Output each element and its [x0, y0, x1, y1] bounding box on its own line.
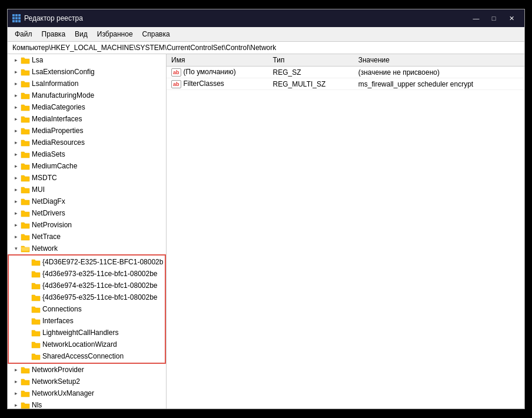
tree-item-label: NetProvision	[32, 221, 72, 229]
folder-icon	[21, 401, 30, 409]
ab-icon: ab	[171, 68, 181, 77]
expand-icon[interactable]	[22, 316, 31, 326]
expand-icon[interactable]	[22, 293, 31, 302]
tree-item-label: MediaProperties	[32, 127, 83, 135]
tree-item-lsainfo[interactable]: ▸ LsaInformation	[8, 78, 166, 89]
expand-icon[interactable]: ▸	[11, 220, 21, 230]
expand-icon[interactable]: ▸	[11, 91, 21, 100]
folder-icon	[21, 150, 30, 158]
tree-item-nls[interactable]: ▸ Nls	[8, 399, 166, 409]
expand-icon[interactable]	[22, 340, 31, 349]
menu-help[interactable]: Справка	[138, 28, 175, 40]
expand-icon[interactable]: ▸	[11, 377, 21, 386]
expand-icon[interactable]	[22, 257, 31, 267]
tree-item-connections[interactable]: Connections	[9, 303, 165, 315]
menu-view[interactable]: Вид	[70, 28, 92, 40]
tree-item-label: Interfaces	[42, 317, 74, 325]
tree-item-msdtc[interactable]: ▸ MSDTC	[8, 172, 166, 184]
tree-item-mui[interactable]: ▸ MUI	[8, 184, 166, 195]
menu-bar: Файл Правка Вид Избранное Справка	[8, 27, 524, 42]
expand-icon[interactable]: ▸	[11, 67, 21, 77]
table-row[interactable]: abFilterClassesREG_MULTI_SZms_firewall_u…	[167, 78, 524, 90]
tree-item-net3[interactable]: {4d36e974-e325-11ce-bfc1-08002be	[9, 280, 165, 291]
tree-item-label: NetworkSetup2	[32, 377, 80, 386]
tree-item-network[interactable]: ▾ Network	[8, 243, 166, 254]
tree-item-net4[interactable]: {4d36e975-e325-11ce-bfc1-08002be	[9, 291, 165, 303]
folder-icon	[21, 366, 30, 374]
expand-icon[interactable]: ▸	[11, 150, 21, 159]
tree-item-netdrivers[interactable]: ▸ NetDrivers	[8, 207, 166, 219]
cell-name: ab(По умолчанию)	[167, 67, 268, 78]
tree-item-label: MediaSets	[32, 150, 65, 158]
minimize-button[interactable]: —	[468, 12, 484, 25]
tree-item-mediaprops[interactable]: ▸ MediaProperties	[8, 125, 166, 137]
title-bar: Редактор реестра — □ ✕	[8, 9, 524, 27]
maximize-button[interactable]: □	[486, 12, 502, 25]
tree-item-mediumcache[interactable]: ▸ MediumCache	[8, 160, 166, 172]
cell-name: abFilterClasses	[167, 78, 268, 90]
tree-item-label: {4D36E972-E325-11CE-BFC1-08002b	[42, 258, 163, 266]
tree-item-lsa[interactable]: ▸ Lsa	[8, 54, 166, 66]
table-row[interactable]: ab(По умолчанию)REG_SZ(значение не присв…	[167, 67, 524, 78]
expand-icon[interactable]: ▸	[11, 138, 21, 147]
cell-type: REG_MULTI_SZ	[268, 78, 354, 90]
tree-item-label: MediumCache	[32, 162, 77, 170]
folder-icon	[21, 244, 30, 253]
tree-item-manufacturing[interactable]: ▸ ManufacturingMode	[8, 89, 166, 101]
tree-item-lsaext[interactable]: ▸ LsaExtensionConfig	[8, 66, 166, 78]
folder-icon	[31, 340, 41, 349]
expand-icon[interactable]: ▸	[11, 185, 21, 194]
expand-icon[interactable]: ▸	[11, 102, 21, 112]
menu-edit[interactable]: Правка	[37, 28, 71, 40]
tree-item-netdiag[interactable]: ▸ NetDiagFx	[8, 195, 166, 207]
expand-icon[interactable]: ▸	[11, 232, 21, 241]
folder-icon	[31, 352, 41, 360]
tree-item-netloc[interactable]: NetworkLocationWizard	[9, 339, 165, 350]
col-value: Значение	[354, 54, 524, 67]
tree-item-mediacats[interactable]: ▸ MediaCategories	[8, 101, 166, 113]
expand-icon[interactable]: ▸	[11, 400, 21, 409]
folder-icon	[31, 305, 41, 313]
expand-icon[interactable]: ▸	[11, 389, 21, 398]
expand-icon[interactable]	[22, 281, 31, 290]
expand-icon[interactable]: ▸	[11, 197, 21, 206]
expand-icon[interactable]: ▸	[11, 365, 21, 374]
expand-icon[interactable]	[22, 351, 31, 361]
expand-icon[interactable]: ▸	[11, 79, 21, 88]
tree-item-netuxmgr[interactable]: ▸ NetworkUxManager	[8, 387, 166, 399]
expand-icon[interactable]: ▾	[11, 244, 21, 253]
tree-item-interfaces[interactable]: Interfaces	[9, 315, 165, 327]
tree-item-nettrace[interactable]: ▸ NetTrace	[8, 231, 166, 243]
tree-item-mediasets[interactable]: ▸ MediaSets	[8, 148, 166, 160]
tree-item-net2[interactable]: {4d36e973-e325-11ce-bfc1-08002be	[9, 268, 165, 280]
tree-item-sharedacc[interactable]: SharedAccessConnection	[9, 350, 165, 362]
tree-item-net1[interactable]: {4D36E972-E325-11CE-BFC1-08002b	[9, 256, 165, 268]
close-button[interactable]: ✕	[503, 12, 520, 25]
expand-icon[interactable]: ▸	[11, 173, 21, 183]
expand-icon[interactable]: ▸	[11, 161, 21, 171]
folder-icon	[21, 233, 30, 241]
tree-item-label: Network	[32, 244, 58, 253]
expand-icon[interactable]: ▸	[11, 208, 21, 218]
folder-icon	[21, 127, 30, 135]
expand-icon[interactable]: ▸	[11, 55, 21, 65]
expand-icon[interactable]	[22, 304, 31, 314]
tree-item-mediares[interactable]: ▸ MediaResources	[8, 137, 166, 148]
tree-item-netprov[interactable]: ▸ NetProvision	[8, 219, 166, 231]
right-pane: Имя Тип Значение ab(По умолчанию)REG_SZ(…	[167, 54, 524, 409]
expand-icon[interactable]: ▸	[11, 114, 21, 124]
expand-icon[interactable]	[22, 328, 31, 337]
tree-item-lwhcall[interactable]: LightweightCallHandlers	[9, 327, 165, 339]
folder-icon	[21, 197, 30, 205]
tree-item-netprovider[interactable]: ▸ NetworkProvider	[8, 364, 166, 376]
tree-item-netsetup2[interactable]: ▸ NetworkSetup2	[8, 376, 166, 387]
tree-item-mediaiface[interactable]: ▸ MediaInterfaces	[8, 113, 166, 125]
menu-file[interactable]: Файл	[10, 28, 37, 40]
expand-icon[interactable]: ▸	[11, 126, 21, 135]
expand-icon[interactable]	[22, 269, 31, 278]
tree-pane[interactable]: ▸ Lsa▸ LsaExtensionConfig▸ LsaInformatio…	[8, 54, 167, 409]
menu-favorites[interactable]: Избранное	[92, 28, 138, 40]
address-bar[interactable]: Компьютер\HKEY_LOCAL_MACHINE\SYSTEM\Curr…	[8, 42, 524, 54]
folder-icon	[21, 185, 30, 194]
main-content: ▸ Lsa▸ LsaExtensionConfig▸ LsaInformatio…	[8, 54, 524, 409]
